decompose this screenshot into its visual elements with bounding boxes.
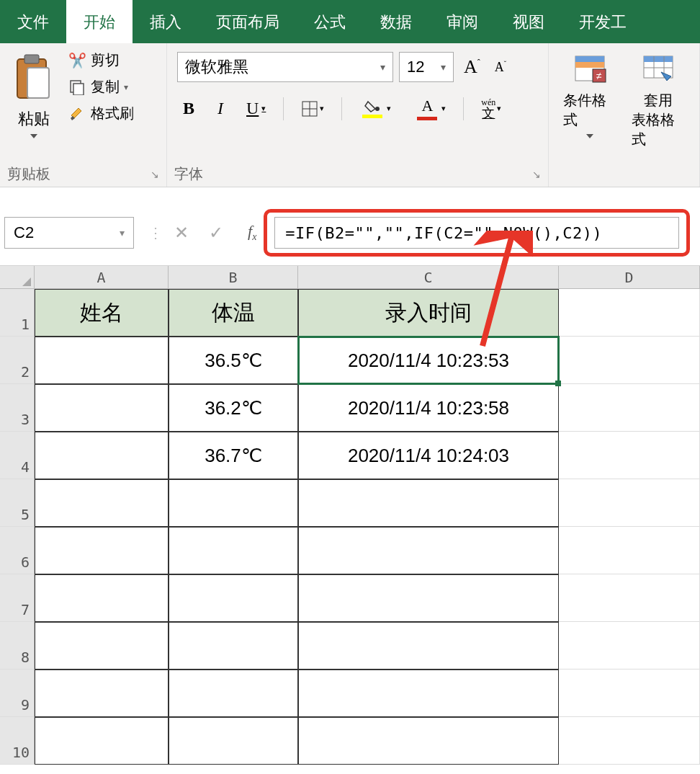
cell-a6[interactable] — [35, 527, 169, 574]
tab-insert[interactable]: 插入 — [133, 0, 199, 43]
tab-review[interactable]: 审阅 — [429, 0, 495, 43]
cell-a8[interactable] — [35, 622, 169, 670]
svg-rect-1 — [24, 55, 39, 63]
cut-button[interactable]: ✂️ 剪切 — [65, 49, 137, 71]
cell-d10[interactable] — [559, 717, 700, 765]
cell-b5[interactable] — [169, 479, 298, 527]
cell-d1[interactable] — [559, 289, 700, 337]
cell-c7[interactable] — [298, 574, 559, 622]
italic-button[interactable]: I — [212, 96, 229, 121]
bold-button[interactable]: B — [177, 96, 200, 121]
tab-home[interactable]: 开始 — [66, 0, 133, 43]
cell-b7[interactable] — [169, 574, 298, 622]
formula-value: =IF(B2="","",IF(C2="",NOW(),C2)) — [285, 224, 602, 242]
format-as-table-button[interactable]: 套用 表格格式 — [624, 49, 693, 152]
cell-a9[interactable] — [35, 670, 169, 717]
cell-c4[interactable]: 2020/11/4 10:24:03 — [298, 432, 559, 479]
row-header[interactable]: 10 — [0, 717, 35, 765]
cell-b2[interactable]: 36.5℃ — [169, 337, 298, 384]
fill-color-button[interactable]: ▾ — [354, 94, 397, 123]
underline-button[interactable]: U▾ — [241, 96, 272, 121]
col-header-a[interactable]: A — [35, 266, 169, 288]
phonetic-guide-button[interactable]: wén 文 ▾ — [475, 95, 507, 123]
cell-d7[interactable] — [559, 574, 700, 622]
formula-input[interactable]: =IF(B2="","",IF(C2="",NOW(),C2)) — [274, 217, 679, 249]
border-button[interactable]: ▾ — [295, 97, 330, 120]
brush-icon — [68, 104, 86, 123]
col-header-b[interactable]: B — [169, 266, 298, 288]
spreadsheet-grid[interactable]: A B C D 1 姓名 体温 录入时间 2 36.5℃ 2020/11/4 1… — [0, 266, 700, 765]
cell-d4[interactable] — [559, 432, 700, 479]
cell-b4[interactable]: 36.7℃ — [169, 432, 298, 479]
paste-button[interactable]: 粘贴 — [7, 49, 60, 141]
tab-developer[interactable]: 开发工 — [562, 0, 644, 43]
row-header[interactable]: 5 — [0, 479, 35, 527]
cell-a1[interactable]: 姓名 — [35, 289, 169, 337]
cell-b1[interactable]: 体温 — [169, 289, 298, 337]
cell-b3[interactable]: 36.2℃ — [169, 384, 298, 432]
format-painter-button[interactable]: 格式刷 — [65, 102, 137, 125]
cell-b9[interactable] — [169, 670, 298, 717]
format-painter-label: 格式刷 — [91, 104, 134, 123]
row-header[interactable]: 1 — [0, 289, 35, 337]
cell-b6[interactable] — [169, 527, 298, 574]
cancel-formula-button[interactable]: ✕ — [164, 218, 199, 247]
increase-font-button[interactable]: Aˆ — [459, 56, 485, 78]
copy-button[interactable]: 复制 ▾ — [65, 76, 137, 98]
fill-color-bar — [362, 115, 382, 118]
row-header[interactable]: 3 — [0, 384, 35, 432]
cell-b10[interactable] — [169, 717, 298, 765]
cell-a2[interactable] — [35, 337, 169, 384]
cell-c2[interactable]: 2020/11/4 10:23:53 — [298, 337, 559, 384]
font-size-input[interactable]: 12 ▾ — [399, 52, 454, 82]
cell-a4[interactable] — [35, 432, 169, 479]
chevron-down-icon: ▾ — [441, 61, 446, 73]
tab-view[interactable]: 视图 — [495, 0, 562, 43]
cell-c1[interactable]: 录入时间 — [298, 289, 559, 337]
cell-c3[interactable]: 2020/11/4 10:23:58 — [298, 384, 559, 432]
row-header[interactable]: 9 — [0, 670, 35, 717]
row-header[interactable]: 7 — [0, 574, 35, 622]
tab-formulas[interactable]: 公式 — [297, 0, 363, 43]
cell-d6[interactable] — [559, 527, 700, 574]
svg-point-8 — [375, 107, 380, 111]
tab-data[interactable]: 数据 — [363, 0, 429, 43]
conditional-format-button[interactable]: ≠ 条件格式 — [556, 49, 624, 141]
confirm-formula-button[interactable]: ✓ — [199, 218, 233, 247]
name-box[interactable]: C2 ▾ — [4, 217, 134, 249]
cell-c10[interactable] — [298, 717, 559, 765]
tab-file[interactable]: 文件 — [0, 0, 66, 43]
cell-a3[interactable] — [35, 384, 169, 432]
cell-c5[interactable] — [298, 479, 559, 527]
cell-b8[interactable] — [169, 622, 298, 670]
font-color-bar — [417, 117, 437, 120]
fx-icon[interactable]: fx — [248, 222, 256, 243]
cell-a5[interactable] — [35, 479, 169, 527]
row-header[interactable]: 4 — [0, 432, 35, 479]
cell-d2[interactable] — [559, 337, 700, 384]
decrease-font-button[interactable]: Aˇ — [490, 60, 511, 75]
paste-label: 粘贴 — [18, 108, 50, 130]
font-launcher-icon[interactable]: ↘ — [532, 169, 541, 180]
row-header[interactable]: 8 — [0, 622, 35, 670]
cell-a10[interactable] — [35, 717, 169, 765]
cell-d8[interactable] — [559, 622, 700, 670]
select-all-button[interactable] — [0, 266, 35, 288]
column-header-row: A B C D — [0, 266, 700, 289]
cell-c8[interactable] — [298, 622, 559, 670]
cell-d5[interactable] — [559, 479, 700, 527]
clipboard-launcher-icon[interactable]: ↘ — [151, 169, 159, 180]
cell-d3[interactable] — [559, 384, 700, 432]
fill-handle[interactable] — [555, 381, 561, 386]
col-header-c[interactable]: C — [298, 266, 559, 288]
font-color-button[interactable]: A ▾ — [408, 92, 452, 125]
cell-d9[interactable] — [559, 670, 700, 717]
cell-a7[interactable] — [35, 574, 169, 622]
row-header[interactable]: 6 — [0, 527, 35, 574]
cell-c6[interactable] — [298, 527, 559, 574]
font-name-input[interactable]: 微软雅黑 ▾ — [177, 52, 393, 82]
cell-c9[interactable] — [298, 670, 559, 717]
tab-page-layout[interactable]: 页面布局 — [199, 0, 297, 43]
col-header-d[interactable]: D — [559, 266, 700, 288]
row-header[interactable]: 2 — [0, 337, 35, 384]
